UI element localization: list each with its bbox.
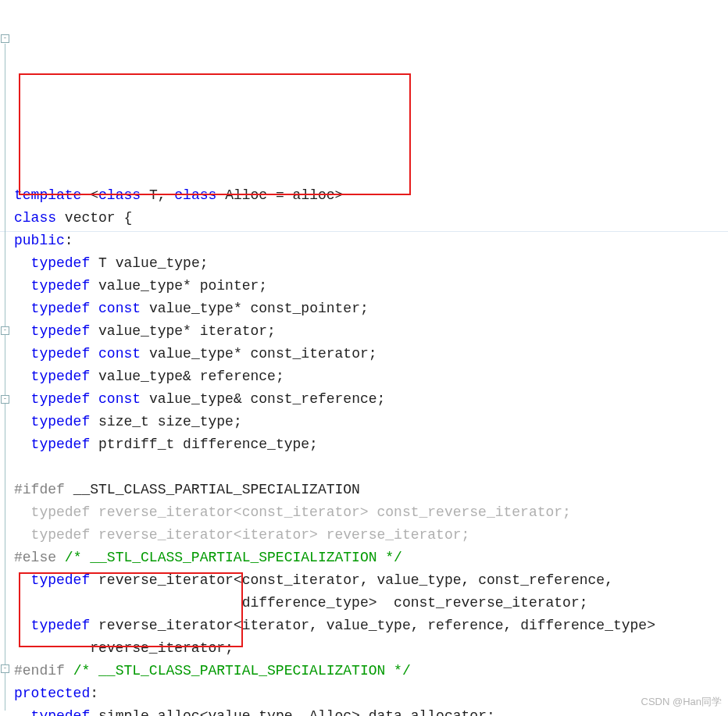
brace-open: { [123,210,132,226]
preproc-ifdef: #ifdef [14,482,65,497]
id-type: value_type* [98,278,191,294]
semicolon: ; [200,255,209,271]
kw-typedef: typedef [31,414,91,429]
id-ptrdiff_t: ptrdiff_t [98,436,174,452]
kw-template: template [14,187,81,203]
fold-guide [5,44,5,711]
kw-class: class [14,210,56,226]
code-text: reverse_iterator<iterator, value_type, r… [98,618,655,633]
id-type: value_type* [149,301,242,316]
fold-toggle-icon[interactable]: - [1,326,9,335]
id-alloc: alloc [293,187,335,203]
id-const_pointer: const_pointer [251,301,360,316]
kw-typedef: typedef [31,323,91,339]
colon: : [90,686,98,701]
id-type: value_type& [149,391,242,407]
code-text: reverse_iterator; [90,640,234,656]
id-const_iterator: const_iterator [251,346,369,362]
semicolon: ; [360,301,369,316]
type-T: T [98,255,107,271]
semicolon: ; [276,369,284,384]
kw-const: const [98,391,141,407]
kw-protected: protected [14,686,90,701]
kw-class: class [174,187,216,203]
preproc-endif: #endif [14,663,65,679]
preproc-else: #else [14,550,56,565]
kw-typedef: typedef [31,618,91,633]
id-value_type: value_type [116,255,200,271]
colon: : [65,233,73,248]
fold-toggle-icon[interactable]: - [1,395,9,404]
watermark: CSDN @Han同学 [641,690,723,713]
id-type: value_type& [98,369,191,384]
kw-typedef: typedef [31,391,91,407]
id-size_t: size_t [98,414,149,429]
kw-typedef: typedef [31,346,91,362]
type-Alloc: Alloc [225,187,267,203]
fold-toggle-icon[interactable]: - [1,664,9,673]
kw-typedef: typedef [31,436,91,452]
semicolon: ; [259,278,267,294]
semicolon: ; [234,414,242,429]
kw-const: const [98,346,141,362]
id-vector: vector [65,210,116,226]
eq: = [276,187,284,203]
macro-name: __STL_CLASS_PARTIAL_SPECIALIZATION [73,482,360,497]
semicolon: ; [267,323,276,339]
id-const_reference: const_reference [251,391,377,407]
id-size_type: size_type [158,414,234,429]
semicolon: ; [309,436,318,452]
comma: , [158,187,166,203]
id-difference_type: difference_type [183,436,309,452]
kw-typedef: typedef [31,572,91,588]
id-reference: reference [200,369,276,384]
type-T: T [149,187,158,203]
kw-class: class [98,187,141,203]
kw-typedef: typedef [31,301,91,316]
kw-typedef: typedef [31,708,91,716]
code-editor-view[interactable]: template <class T, class Alloc = alloc> … [0,159,728,716]
code-text: reverse_iterator<const_iterator, value_t… [98,572,622,588]
comment: /* __STL_CLASS_PARTIAL_SPECIALIZATION */ [73,663,411,679]
kw-const: const [98,301,141,316]
kw-typedef: typedef [31,278,91,294]
comment: /* __STL_CLASS_PARTIAL_SPECIALIZATION */ [65,550,402,565]
semicolon: ; [377,391,386,407]
fold-gutter: - - - - [0,3,11,706]
inactive-code: typedef reverse_iterator<iterator> rever… [14,527,469,543]
kw-typedef: typedef [31,255,91,271]
inactive-code: typedef reverse_iterator<const_iterator>… [14,504,571,520]
code-text: simple_alloc<value_type, Alloc> data_all… [98,708,495,716]
kw-typedef: typedef [31,369,91,384]
angle-close: > [335,187,344,203]
id-type: value_type* [149,346,242,362]
angle-open: < [90,187,98,203]
id-type: value_type* [98,323,191,339]
semicolon: ; [369,346,377,362]
fold-toggle-icon[interactable]: - [1,34,9,43]
code-text: difference_type> const_reverse_iterator; [242,595,588,611]
kw-public: public [14,233,65,248]
id-iterator: iterator [200,323,267,339]
id-pointer: pointer [200,278,259,294]
